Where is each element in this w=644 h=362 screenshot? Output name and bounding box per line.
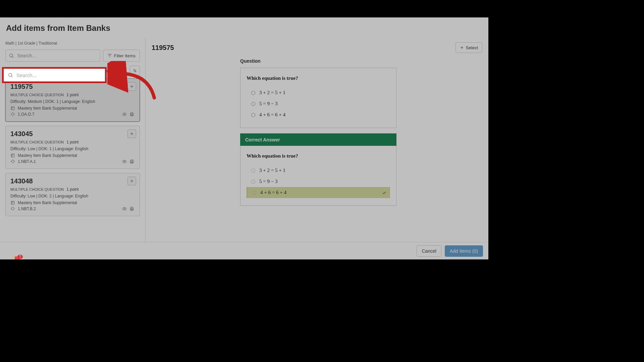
sort-icon <box>132 68 137 73</box>
option-text: 5 = 9 − 3 <box>259 179 277 184</box>
plus-icon <box>130 179 134 183</box>
tag-icon <box>10 112 15 117</box>
item-list: 119575 MULTIPLE CHOICE QUESTION1 point D… <box>0 78 145 243</box>
filter-items-label: Filter Items <box>114 53 136 58</box>
preview-panel: 119575 Select Question Which equation is… <box>146 38 488 259</box>
item-meta: Difficulty: Low | DOK: 1 | Language: Eng… <box>10 146 135 151</box>
radio-icon <box>251 180 255 184</box>
svg-rect-7 <box>11 154 14 157</box>
bank-icon <box>10 200 15 205</box>
cancel-button[interactable]: Cancel <box>417 245 441 257</box>
select-item-button[interactable]: Select <box>455 42 482 53</box>
svg-line-1 <box>12 57 13 58</box>
svg-point-3 <box>124 114 125 115</box>
preview-icon[interactable] <box>122 159 127 164</box>
search-input[interactable] <box>5 50 100 62</box>
question-box: Which equation is true? 3 + 2 = 5 + 15 =… <box>240 68 396 128</box>
answer-option: 5 = 9 − 3 <box>247 176 390 187</box>
preview-icon[interactable] <box>122 206 127 211</box>
svg-point-13 <box>124 208 125 209</box>
answer-question-text: Which equation is true? <box>247 153 390 159</box>
question-option[interactable]: 3 + 2 = 5 + 1 <box>247 87 390 98</box>
item-id: 143048 <box>10 177 135 185</box>
print-icon[interactable] <box>129 159 134 164</box>
select-randomly-label: Select Randomly <box>89 68 122 73</box>
close-icon <box>7 69 11 72</box>
tag-icon <box>10 206 15 211</box>
tag-icon <box>10 159 15 164</box>
clear-selection-button[interactable] <box>5 67 13 74</box>
item-type: MULTIPLE CHOICE QUESTION <box>10 93 64 97</box>
item-type: MULTIPLE CHOICE QUESTION <box>10 140 64 144</box>
item-bank: Mastery Item Bank Supplemental <box>18 106 77 111</box>
item-card[interactable]: 143045 MULTIPLE CHOICE QUESTION1 point D… <box>5 126 140 169</box>
breadcrumb: Math | 1st Grade | Traditional <box>0 38 145 47</box>
item-standard: 1.NBT.A.1 <box>18 159 36 164</box>
item-points: 1 point <box>66 93 78 97</box>
chevron-down-icon <box>123 69 126 72</box>
answer-box: Which equation is true? 3 + 2 = 5 + 15 =… <box>240 146 396 206</box>
item-bank: Mastery Item Bank Supplemental <box>18 153 77 158</box>
radio-icon <box>251 102 255 106</box>
plus-icon <box>130 132 134 136</box>
correct-answer-header: Correct Answer <box>240 133 396 146</box>
item-card[interactable]: 143048 MULTIPLE CHOICE QUESTION1 point D… <box>5 173 140 216</box>
preview-item-id: 119575 <box>152 44 174 52</box>
svg-point-0 <box>10 54 13 57</box>
answer-option: 3 + 2 = 5 + 1 <box>247 165 390 176</box>
filter-icon <box>107 53 112 58</box>
item-standard: 1.OA.D.7 <box>18 112 34 117</box>
bank-icon <box>10 153 15 158</box>
option-text: 4 + 6 = 6 + 4 <box>259 112 285 118</box>
sort-button[interactable] <box>130 66 140 76</box>
option-text: 5 = 9 − 3 <box>259 101 277 107</box>
add-items-button[interactable]: Add Items (0) <box>445 245 483 257</box>
item-bank: Mastery Item Bank Supplemental <box>18 200 77 205</box>
item-id: 143045 <box>10 130 135 138</box>
radio-icon <box>251 113 255 117</box>
radio-icon <box>252 191 256 195</box>
item-standard: 1.NBT.B.2 <box>18 206 36 211</box>
preview-icon[interactable] <box>122 112 127 117</box>
radio-icon <box>251 169 255 173</box>
option-text: 3 + 2 = 5 + 1 <box>259 168 285 173</box>
item-meta: Difficulty: Medium | DOK: 1 | Language: … <box>10 99 135 104</box>
plus-icon <box>130 84 134 88</box>
svg-rect-2 <box>11 107 14 110</box>
svg-rect-12 <box>11 201 14 204</box>
show-selected-label: Show Selected Only <box>15 66 52 71</box>
flag-icon <box>80 68 86 73</box>
option-text: 3 + 2 = 5 + 1 <box>259 90 285 96</box>
item-meta: Difficulty: Low | DOK: 2 | Language: Eng… <box>10 194 135 198</box>
item-points: 1 point <box>66 140 78 144</box>
item-id: 119575 <box>10 83 135 90</box>
option-text: 4 + 6 = 6 + 4 <box>260 190 286 195</box>
select-randomly-button[interactable]: Select Randomly <box>89 68 126 73</box>
add-item-button[interactable] <box>127 177 136 185</box>
check-icon <box>382 190 387 195</box>
print-icon[interactable] <box>129 206 134 211</box>
select-item-label: Select <box>466 45 478 50</box>
add-item-button[interactable] <box>127 129 136 138</box>
question-option[interactable]: 5 = 9 − 3 <box>247 98 390 109</box>
question-text: Which equation is true? <box>247 75 390 81</box>
svg-point-8 <box>124 161 125 162</box>
plus-icon <box>460 46 464 50</box>
answer-option-correct: 4 + 6 = 6 + 4 <box>247 187 390 198</box>
item-type: MULTIPLE CHOICE QUESTION <box>10 187 64 191</box>
radio-icon <box>251 91 255 95</box>
bank-icon <box>10 106 15 111</box>
search-icon <box>9 53 14 58</box>
add-item-button[interactable] <box>127 82 136 91</box>
question-section-label: Question <box>240 58 482 64</box>
question-option[interactable]: 4 + 6 = 6 + 4 <box>247 109 390 120</box>
print-icon[interactable] <box>129 112 134 117</box>
selected-count: 0 selected <box>15 71 52 75</box>
page-title: Add items from Item Banks <box>0 17 488 36</box>
modal-footer: Cancel Add Items (0) <box>0 242 488 259</box>
item-points: 1 point <box>66 187 78 192</box>
main-content: Math | 1st Grade | Traditional Filter It… <box>0 38 488 259</box>
item-card[interactable]: 119575 MULTIPLE CHOICE QUESTION1 point D… <box>5 78 140 122</box>
left-panel: Math | 1st Grade | Traditional Filter It… <box>0 38 146 259</box>
filter-items-button[interactable]: Filter Items <box>103 50 140 62</box>
